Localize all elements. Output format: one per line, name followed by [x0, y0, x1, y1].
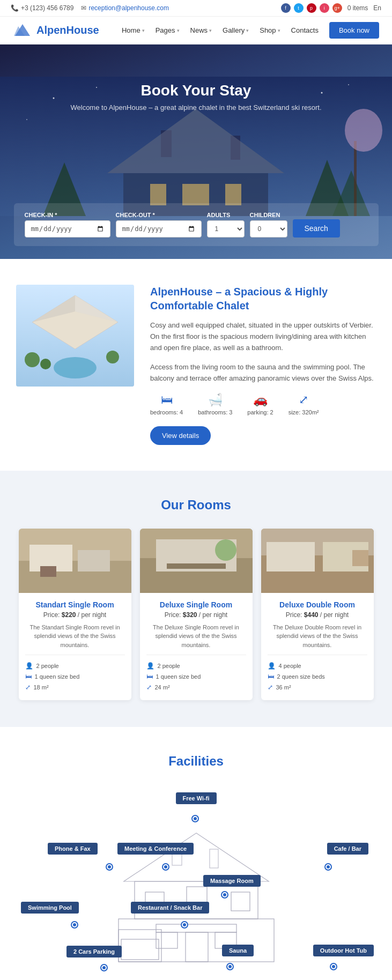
instagram-icon[interactable]: i: [320, 3, 329, 13]
pinterest-icon[interactable]: p: [307, 3, 316, 13]
badge-hot-tub: Outdoor Hot Tub: [313, 945, 374, 956]
room-card-standard: Standart Single Room Price: $220 / per n…: [19, 529, 131, 701]
stat-parking-label: parking: 2: [247, 409, 273, 415]
facebook-icon[interactable]: f: [281, 3, 291, 13]
top-bar-left: 📞 +3 (123) 456 6789 ✉ reception@alpenhou…: [11, 4, 169, 12]
email-icon: ✉: [81, 4, 86, 12]
facilities-map: .sk{fill:none;stroke:#aab;stroke-width:1…: [13, 785, 379, 980]
phone-info: 📞 +3 (123) 456 6789: [11, 4, 73, 12]
dot-parking: [101, 965, 107, 970]
about-stats: 🛏 bedrooms: 4 🛁 bathrooms: 3 🚗 parking: …: [150, 393, 376, 415]
svg-point-17: [348, 84, 349, 85]
cart-count[interactable]: 0 items: [347, 4, 368, 12]
about-title: AlpenHouse – a Spacious & Highly Comfort…: [150, 285, 376, 313]
about-desc1: Cosy and well equipped chalet, situated …: [150, 320, 376, 353]
feature-size: ⤢ 24 m²: [146, 682, 246, 693]
room-price-deluxe-single: Price: $320 / per night: [146, 611, 246, 619]
about-image: [16, 285, 134, 387]
bath-icon: 🛁: [208, 393, 223, 407]
svg-rect-9: [225, 184, 241, 205]
feature-size: ⤢ 18 m²: [25, 682, 125, 693]
checkin-input[interactable]: [25, 220, 110, 237]
nav-contacts[interactable]: Contacts: [291, 26, 319, 34]
facilities-section: Facilities .sk{fill:none;stroke:#aab;str…: [0, 727, 392, 980]
about-desc2: Access from the living room to the sauna…: [150, 362, 376, 384]
room-image-deluxe-single: [140, 529, 253, 593]
feature-bed: 🛏 1 queen size bed: [25, 671, 125, 682]
room-features-standard: 👤 2 people 🛏 1 queen size bed ⤢ 18 m²: [25, 655, 125, 693]
stat-size: ⤢ size: 320m²: [289, 393, 319, 415]
social-icons: f t p i g+: [281, 3, 342, 13]
stat-bathrooms-label: bathrooms: 3: [198, 409, 232, 415]
room-desc-deluxe-single: The Deluxe Single Room revel in splendid…: [146, 623, 246, 650]
room-features-deluxe-double: 👤 4 people 🛏 2 queen size beds ⤢ 36 m²: [268, 655, 367, 693]
feature-size: ⤢ 36 m²: [268, 682, 367, 693]
search-button[interactable]: Search: [293, 219, 340, 237]
bed-icon: 🛏: [161, 393, 173, 407]
badge-free-wifi: Free Wi-fi: [175, 792, 216, 804]
phone-icon: 📞: [11, 4, 19, 12]
about-text: AlpenHouse – a Spacious & Highly Comfort…: [150, 285, 376, 445]
svg-point-14: [53, 98, 55, 99]
room-image-deluxe-double: [261, 529, 374, 593]
svg-rect-51: [119, 930, 161, 962]
badge-meeting: Meeting & Conference: [117, 843, 194, 855]
svg-point-25: [54, 357, 97, 378]
view-details-button[interactable]: View details: [150, 426, 211, 445]
badge-pool: Swimming Pool: [21, 902, 79, 914]
phone-number: +3 (123) 456 6789: [21, 4, 73, 12]
children-group: CHILDREN 0123: [250, 212, 287, 237]
hero-section: Book Your Stay Welcome to AlpenHouse – a…: [0, 44, 392, 259]
building-sketch: .sk{fill:none;stroke:#aab;stroke-width:1…: [102, 801, 290, 967]
feature-people: 👤 4 people: [268, 660, 367, 671]
nav-pages[interactable]: Pages ▾: [156, 26, 180, 34]
checkout-group: CHECK-OUT *: [116, 212, 202, 237]
nav-news[interactable]: News ▾: [190, 26, 212, 34]
stat-bedrooms: 🛏 bedrooms: 4: [150, 393, 183, 415]
nav-home[interactable]: Home ▾: [122, 26, 145, 34]
rooms-section: Our Rooms Standart Single Room Price: $2…: [0, 471, 392, 727]
navbar: AlpenHouse Home ▾ Pages ▾ News ▾ Gallery…: [0, 17, 392, 44]
dot-cafe: [326, 864, 331, 870]
checkout-input[interactable]: [116, 220, 202, 237]
stat-size-label: size: 320m²: [289, 409, 319, 415]
checkin-group: CHECK-IN *: [25, 212, 110, 237]
svg-point-18: [26, 119, 27, 120]
svg-rect-43: [267, 542, 315, 571]
facilities-title: Facilities: [13, 754, 379, 769]
top-bar-right: f t p i g+ 0 items En: [281, 3, 381, 13]
badge-restaurant: Restaurant / Snack Bar: [131, 902, 209, 914]
logo[interactable]: AlpenHouse: [13, 23, 99, 38]
stat-parking: 🚗 parking: 2: [247, 393, 273, 415]
dot-hot-tub: [331, 964, 336, 969]
nav-shop[interactable]: Shop ▾: [260, 26, 280, 34]
adults-select[interactable]: 1234: [207, 220, 245, 237]
email-link[interactable]: reception@alpenhouse.com: [88, 4, 169, 12]
svg-rect-56: [186, 932, 208, 962]
svg-point-20: [345, 109, 382, 152]
feature-people: 👤 2 people: [25, 660, 125, 671]
about-image-svg: [16, 285, 134, 387]
book-now-button[interactable]: Book now: [329, 22, 379, 39]
google-plus-icon[interactable]: g+: [332, 3, 342, 13]
logo-icon: [13, 23, 32, 38]
svg-rect-55: [231, 892, 250, 911]
twitter-icon[interactable]: t: [294, 3, 304, 13]
adults-group: ADULTS 1234: [207, 212, 245, 237]
room-price-deluxe-double: Price: $440 / per night: [268, 611, 367, 619]
svg-rect-8: [182, 184, 209, 205]
checkin-label: CHECK-IN *: [25, 212, 110, 218]
hero-title: Book Your Stay: [70, 82, 321, 99]
svg-rect-52: [121, 939, 159, 960]
car-icon: 🚗: [253, 393, 268, 407]
nav-gallery[interactable]: Gallery ▾: [223, 26, 249, 34]
room-card-deluxe-single: Deluxe Single Room Price: $320 / per nig…: [140, 529, 253, 701]
top-bar: 📞 +3 (123) 456 6789 ✉ reception@alpenhou…: [0, 0, 392, 17]
room-name-standard: Standart Single Room: [25, 600, 125, 609]
stat-bedrooms-label: bedrooms: 4: [150, 409, 183, 415]
rooms-grid: Standart Single Room Price: $220 / per n…: [13, 529, 379, 701]
children-select[interactable]: 0123: [250, 220, 287, 237]
svg-point-28: [106, 351, 119, 363]
language-selector[interactable]: En: [373, 4, 381, 12]
svg-point-39: [215, 539, 236, 561]
